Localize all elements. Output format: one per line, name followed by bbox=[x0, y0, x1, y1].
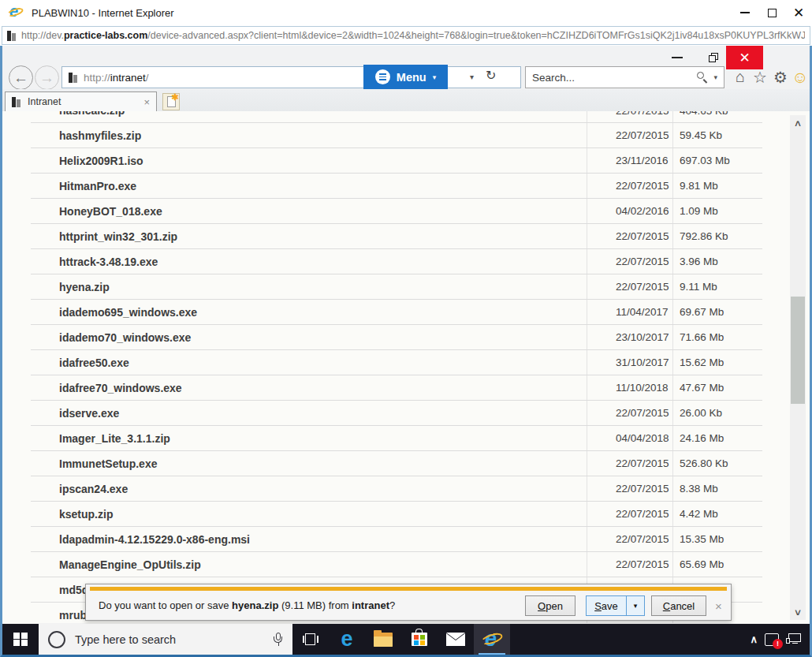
file-name[interactable]: idafree50.exe bbox=[31, 356, 587, 369]
file-name[interactable]: hyena.zip bbox=[31, 281, 587, 293]
table-row[interactable]: idafree50.exe 31/10/2017 15.62 Mb bbox=[31, 350, 762, 375]
outer-maximize-button[interactable] bbox=[758, 2, 785, 23]
file-date: 31/10/2017 bbox=[587, 350, 672, 375]
search-input[interactable]: Search... ▾ bbox=[525, 66, 724, 88]
taskbar-mail-button[interactable] bbox=[438, 624, 474, 655]
table-row[interactable]: ldapadmin-4.12.15229.0-x86-eng.msi 22/07… bbox=[31, 527, 762, 552]
file-name[interactable]: ImmunetSetup.exe bbox=[31, 457, 587, 470]
taskbar-file-explorer-button[interactable] bbox=[365, 624, 401, 655]
internet-explorer-icon: e bbox=[481, 629, 503, 650]
file-name[interactable]: Helix2009R1.iso bbox=[31, 155, 587, 167]
taskbar: Type here to search e e bbox=[2, 624, 810, 655]
file-date: 04/04/2018 bbox=[587, 426, 672, 450]
menu-button[interactable]: Menu ▾ bbox=[363, 65, 448, 89]
cancel-button[interactable]: Cancel bbox=[651, 595, 706, 616]
table-row[interactable]: hashcalc.zip 22/07/2015 404.65 Kb bbox=[31, 111, 762, 123]
outer-minimize-button[interactable] bbox=[732, 2, 758, 23]
favorites-star-icon[interactable]: ☆ bbox=[751, 68, 769, 87]
back-button[interactable]: ← bbox=[9, 65, 33, 90]
address-bar[interactable]: http://intranet/ bbox=[61, 66, 521, 88]
taskbar-store-button[interactable] bbox=[401, 624, 438, 655]
table-row[interactable]: HoneyBOT_018.exe 04/02/2016 1.09 Mb bbox=[31, 199, 762, 224]
taskbar-internet-explorer-button[interactable]: e bbox=[474, 624, 510, 655]
edge-icon: e bbox=[341, 629, 352, 650]
file-name[interactable]: ksetup.zip bbox=[31, 508, 587, 521]
save-options-dropdown-button[interactable]: ▾ bbox=[626, 595, 645, 616]
forward-button[interactable]: → bbox=[35, 65, 59, 90]
vertical-scrollbar[interactable]: ˄ ˅ bbox=[790, 115, 806, 620]
file-name[interactable]: hashcalc.zip bbox=[31, 111, 587, 117]
file-name[interactable]: idafree70_windows.exe bbox=[31, 382, 587, 394]
table-row[interactable]: idserve.exe 22/07/2015 26.00 Kb bbox=[31, 401, 762, 426]
notification-close-icon[interactable]: × bbox=[715, 599, 722, 613]
file-name[interactable]: idserve.exe bbox=[31, 407, 587, 420]
file-name[interactable]: httrack-3.48.19.exe bbox=[31, 256, 587, 268]
scrollbar-thumb[interactable] bbox=[791, 297, 805, 404]
tab-intranet[interactable]: Intranet × bbox=[5, 91, 157, 111]
file-date: 22/07/2015 bbox=[587, 476, 672, 501]
table-row[interactable]: Imager_Lite_3.1.1.zip 04/04/2018 24.16 M… bbox=[31, 426, 762, 451]
table-row[interactable]: ipscan24.exe 22/07/2015 8.38 Mb bbox=[31, 476, 762, 502]
tab-favicon-icon bbox=[12, 97, 20, 107]
file-date: 23/10/2017 bbox=[587, 325, 672, 349]
file-date: 22/07/2015 bbox=[587, 174, 672, 198]
file-name[interactable]: httprint_win32_301.zip bbox=[31, 230, 587, 243]
file-name[interactable]: Imager_Lite_3.1.1.zip bbox=[31, 432, 587, 445]
file-name[interactable]: idademo70_windows.exe bbox=[31, 331, 587, 344]
feedback-smiley-icon[interactable]: ☺ bbox=[791, 68, 810, 87]
menu-button-label: Menu bbox=[397, 71, 426, 84]
file-date: 11/10/2018 bbox=[587, 375, 672, 400]
table-row[interactable]: hashmyfiles.zip 22/07/2015 59.45 Kb bbox=[31, 123, 762, 148]
save-button[interactable]: Save bbox=[586, 595, 627, 616]
screen: e PLABWIN10 - Internet Explorer ✕ http:/… bbox=[0, 0, 812, 657]
table-row[interactable]: ImmunetSetup.exe 22/07/2015 526.80 Kb bbox=[31, 451, 762, 476]
file-date: 22/07/2015 bbox=[587, 502, 672, 526]
file-name[interactable]: hashmyfiles.zip bbox=[31, 129, 587, 142]
tray-chevron-up-icon[interactable]: ∧ bbox=[750, 633, 758, 645]
scroll-down-arrow-icon[interactable]: ˅ bbox=[790, 604, 806, 620]
microphone-icon[interactable] bbox=[274, 633, 283, 647]
table-row[interactable]: idafree70_windows.exe 11/10/2018 47.67 M… bbox=[31, 375, 762, 401]
start-button[interactable] bbox=[2, 624, 39, 655]
tab-bar: Intranet × ✱ bbox=[2, 89, 810, 111]
search-placeholder: Search... bbox=[532, 72, 697, 84]
table-row[interactable]: idademo70_windows.exe 23/10/2017 71.66 M… bbox=[31, 325, 762, 350]
file-size: 59.45 Kb bbox=[672, 123, 762, 147]
address-text: http://intranet/ bbox=[84, 72, 149, 84]
action-center-icon[interactable]: ! bbox=[765, 633, 779, 646]
table-row[interactable]: httprint_win32_301.zip 22/07/2015 792.86… bbox=[31, 224, 762, 249]
browser-close-button[interactable]: ✕ bbox=[726, 46, 763, 69]
gear-icon[interactable]: ⚙ bbox=[771, 68, 790, 87]
file-date: 22/07/2015 bbox=[587, 527, 672, 551]
new-tab-button[interactable]: ✱ bbox=[162, 93, 180, 110]
file-name[interactable]: ManageEngine_OpUtils.zip bbox=[31, 558, 587, 571]
table-row[interactable]: Helix2009R1.iso 23/11/2016 697.03 Mb bbox=[31, 148, 762, 174]
file-name[interactable]: HoneyBOT_018.exe bbox=[31, 205, 587, 218]
address-dropdown-button[interactable]: ▾ bbox=[470, 73, 474, 81]
table-row[interactable]: hyena.zip 22/07/2015 9.11 Mb bbox=[31, 274, 762, 300]
file-name[interactable]: ldapadmin-4.12.15229.0-x86-eng.msi bbox=[31, 533, 587, 546]
file-name[interactable]: idademo695_windows.exe bbox=[31, 306, 587, 319]
refresh-button[interactable]: ↻ bbox=[486, 68, 496, 83]
file-date: 22/07/2015 bbox=[587, 224, 672, 248]
file-size: 26.00 Kb bbox=[672, 401, 762, 425]
table-row[interactable]: HitmanPro.exe 22/07/2015 9.81 Mb bbox=[31, 174, 762, 199]
file-name[interactable]: HitmanPro.exe bbox=[31, 180, 587, 192]
table-row[interactable]: httrack-3.48.19.exe 22/07/2015 3.96 Mb bbox=[31, 249, 762, 274]
open-button[interactable]: Open bbox=[525, 595, 575, 616]
network-icon[interactable] bbox=[786, 633, 802, 646]
taskbar-edge-button[interactable]: e bbox=[329, 624, 365, 655]
windows-logo-icon bbox=[13, 633, 28, 647]
task-view-button[interactable] bbox=[292, 624, 329, 655]
home-icon[interactable]: ⌂ bbox=[731, 68, 750, 86]
outer-address-field[interactable]: http://dev.practice-labs.com/device-adva… bbox=[2, 26, 810, 45]
tab-close-icon[interactable]: × bbox=[143, 96, 150, 108]
table-row[interactable]: ksetup.zip 22/07/2015 4.42 Mb bbox=[31, 502, 762, 527]
file-date: 22/07/2015 bbox=[587, 552, 672, 577]
table-row[interactable]: idademo695_windows.exe 11/04/2017 69.67 … bbox=[31, 300, 762, 325]
scroll-up-arrow-icon[interactable]: ˄ bbox=[790, 115, 806, 131]
taskbar-search-box[interactable]: Type here to search bbox=[39, 624, 292, 655]
outer-close-button[interactable]: ✕ bbox=[785, 2, 812, 23]
table-row[interactable]: ManageEngine_OpUtils.zip 22/07/2015 65.6… bbox=[31, 552, 762, 577]
file-name[interactable]: ipscan24.exe bbox=[31, 483, 587, 495]
